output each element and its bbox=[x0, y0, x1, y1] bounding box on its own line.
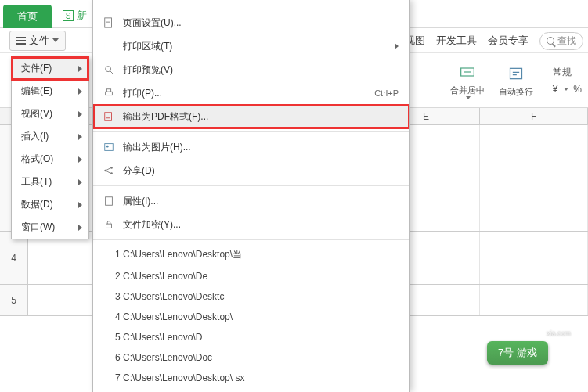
pdf-icon bbox=[103, 110, 115, 123]
cell[interactable] bbox=[480, 178, 588, 231]
menu-item-label: 打印区域(T) bbox=[123, 40, 387, 53]
menu-item-label: 分享(D) bbox=[123, 164, 399, 178]
search-placeholder: 查找 bbox=[557, 34, 576, 48]
recent-file[interactable]: 7 C:\Users\Lenovo\Desktop\ sx bbox=[93, 368, 409, 388]
menu-item-print-area[interactable]: 打印区域(T) bbox=[93, 34, 409, 58]
svg-point-8 bbox=[106, 146, 109, 148]
menu-item-label: 视图(V) bbox=[21, 107, 52, 120]
page-setup-icon bbox=[103, 16, 115, 29]
col-header-f[interactable]: F bbox=[480, 108, 588, 124]
menu-item-label: 文件加密(Y)... bbox=[123, 218, 399, 232]
currency-button[interactable]: ¥ bbox=[553, 84, 558, 95]
submenu-arrow-icon bbox=[78, 66, 82, 72]
menu-item-properties[interactable]: 属性(I)... bbox=[93, 189, 409, 213]
toolbar-separator bbox=[543, 61, 543, 100]
recent-file[interactable]: 4 C:\Users\Lenovo\Desktop\ bbox=[93, 307, 409, 327]
menu-divider bbox=[93, 185, 409, 186]
menu-item-label: 插入(I) bbox=[21, 130, 49, 143]
menu-item-export-pdf[interactable]: 输出为PDF格式(F)... bbox=[93, 105, 409, 128]
menu-item-window[interactable]: 窗口(W) bbox=[12, 216, 88, 239]
menu-item-export-image[interactable]: 输出为图片(H)... bbox=[93, 135, 409, 159]
menu-item-tools[interactable]: 工具(T) bbox=[12, 171, 88, 193]
menu-item-insert[interactable]: 插入(I) bbox=[12, 125, 88, 148]
menu-item-file[interactable]: 文件(F) bbox=[12, 57, 88, 80]
recent-file[interactable]: 5 C:\Users\Lenovo\D bbox=[93, 327, 409, 347]
auto-wrap-button[interactable]: 自动换行 bbox=[494, 59, 538, 101]
menu-item-page-setup[interactable]: 页面设置(U)... bbox=[93, 11, 409, 34]
menu-item-label: 打印(P)... bbox=[123, 87, 366, 100]
properties-icon bbox=[103, 195, 115, 207]
recent-file[interactable]: 2 C:\Users\Lenovo\De bbox=[93, 266, 409, 286]
auto-wrap-icon bbox=[505, 63, 527, 85]
svg-rect-13 bbox=[106, 224, 112, 228]
number-format-label: 常规 bbox=[553, 66, 572, 79]
menu-divider bbox=[93, 131, 409, 132]
merge-center-label: 合并居中 bbox=[450, 85, 485, 96]
row-header[interactable]: 5 bbox=[0, 285, 28, 315]
menu-item-label: 格式(O) bbox=[21, 153, 53, 166]
submenu-arrow-icon bbox=[78, 111, 82, 117]
menu-item-edit[interactable]: 编辑(E) bbox=[12, 80, 88, 102]
svg-point-11 bbox=[110, 172, 113, 174]
recent-file[interactable]: 6 C:\Users\Lenovo\Doc bbox=[93, 347, 409, 368]
file-menu-button[interactable]: 文件 bbox=[9, 31, 66, 51]
ribbon-tab-member[interactable]: 会员专享 bbox=[488, 34, 528, 48]
cell[interactable] bbox=[480, 285, 588, 315]
recent-file[interactable]: 8 C:\Users\Lenovo\Documents\ bbox=[93, 388, 409, 392]
cell[interactable] bbox=[480, 125, 588, 178]
caret-down-icon bbox=[52, 38, 59, 42]
search-box[interactable]: 查找 bbox=[539, 32, 583, 50]
menu-item-view[interactable]: 视图(V) bbox=[12, 102, 88, 125]
menu-item-label: 编辑(E) bbox=[21, 85, 52, 98]
menu-shortcut: Ctrl+P bbox=[374, 88, 399, 98]
file-submenu: 页面设置(U)... 打印区域(T) 打印预览(V) 打印(P)... Ctrl… bbox=[92, 0, 410, 392]
burger-icon bbox=[16, 37, 26, 45]
ribbon-tabs-right: 视图 开发工具 会员专享 查找 bbox=[405, 28, 583, 53]
svg-rect-7 bbox=[105, 144, 114, 151]
menu-item-share[interactable]: 分享(D) bbox=[93, 159, 409, 182]
menu-item-label: 输出为图片(H)... bbox=[123, 141, 399, 154]
menu-item-encrypt[interactable]: 文件加密(Y)... bbox=[93, 213, 409, 236]
new-tab[interactable]: S 新 bbox=[56, 4, 93, 27]
cell[interactable] bbox=[480, 232, 588, 284]
menu-item-label: 数据(D) bbox=[21, 198, 53, 211]
number-format-dropdown[interactable]: 常规 bbox=[553, 66, 572, 79]
menu-item-print-preview[interactable]: 打印预览(V) bbox=[93, 58, 409, 81]
menu-divider bbox=[93, 239, 409, 240]
share-icon bbox=[103, 164, 115, 177]
print-icon bbox=[103, 87, 115, 99]
submenu-arrow-icon bbox=[395, 43, 399, 49]
image-icon bbox=[103, 141, 115, 153]
menu-item-label: 输出为PDF格式(F)... bbox=[123, 110, 399, 124]
submenu-arrow-icon bbox=[78, 225, 82, 231]
ribbon-tab-devtools[interactable]: 开发工具 bbox=[436, 34, 477, 48]
recent-file[interactable]: 3 C:\Users\Lenovo\Desktc bbox=[93, 286, 409, 307]
svg-rect-2 bbox=[105, 18, 112, 27]
submenu-arrow-icon bbox=[78, 134, 82, 140]
recent-file[interactable]: 1 C:\Users\Lenovo\Desktop\当 bbox=[93, 243, 409, 266]
svg-point-3 bbox=[106, 67, 111, 72]
menu-item-print[interactable]: 打印(P)... Ctrl+P bbox=[93, 81, 409, 105]
menu-item-label: 工具(T) bbox=[21, 175, 52, 189]
svg-point-9 bbox=[104, 170, 106, 172]
submenu-arrow-icon bbox=[78, 179, 82, 185]
svg-rect-4 bbox=[106, 92, 113, 95]
percent-button[interactable]: % bbox=[573, 84, 582, 95]
auto-wrap-label: 自动换行 bbox=[499, 86, 533, 98]
menu-item-label: 属性(I)... bbox=[123, 195, 399, 208]
menu-item-label: 文件(F) bbox=[21, 62, 52, 75]
menu-item-label: 页面设置(U)... bbox=[123, 16, 399, 30]
search-icon bbox=[547, 37, 554, 45]
submenu-arrow-icon bbox=[78, 156, 82, 163]
menu-item-format[interactable]: 格式(O) bbox=[12, 148, 88, 171]
home-tab[interactable]: 首页 bbox=[3, 5, 52, 28]
row-header[interactable]: 4 bbox=[0, 232, 28, 284]
menu-item-data[interactable]: 数据(D) bbox=[12, 193, 88, 216]
svg-point-10 bbox=[110, 167, 113, 169]
menu-item-label: 打印预览(V) bbox=[123, 63, 399, 77]
print-preview-icon bbox=[103, 63, 115, 76]
merge-center-button[interactable]: 合并居中 bbox=[446, 58, 489, 102]
new-tab-label: 新 bbox=[77, 9, 87, 23]
merge-center-icon bbox=[456, 61, 478, 83]
submenu-arrow-icon bbox=[78, 202, 82, 208]
